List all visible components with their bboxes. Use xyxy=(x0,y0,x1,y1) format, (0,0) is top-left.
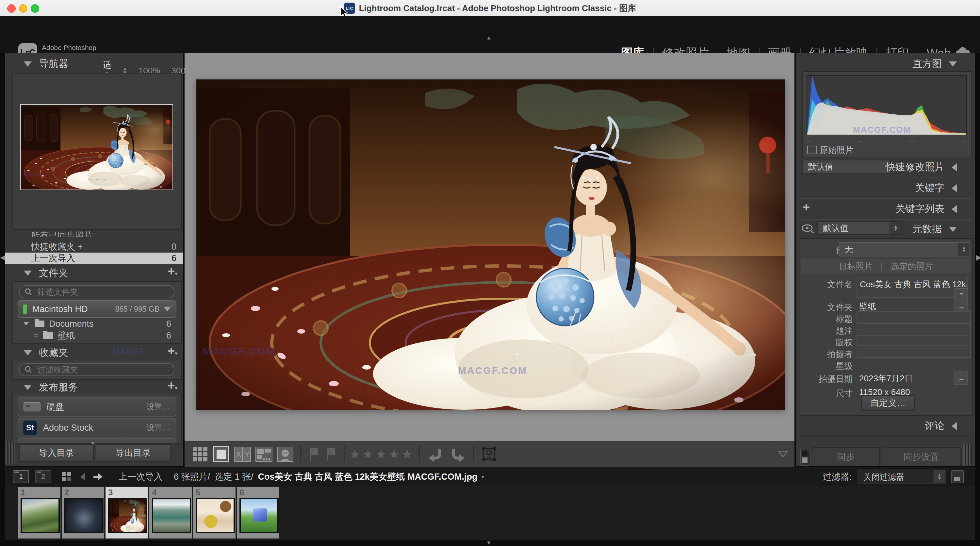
toolbar-options-icon[interactable] xyxy=(778,451,788,457)
filmstrip-thumbnail-cosplay-portrait[interactable]: MACGF.COM MACGF.COM xyxy=(108,498,147,533)
folder-row-Documents[interactable]: Documents6 xyxy=(22,318,176,329)
add-collection-button[interactable]: +▾ xyxy=(167,345,177,357)
star-rating[interactable]: ★★★★★ xyxy=(349,447,415,462)
catalog-row-0[interactable]: 所有已同步照片 xyxy=(5,230,183,237)
export-catalog-button[interactable]: 导出目录 xyxy=(96,444,170,462)
filmstrip-cells: 123 xyxy=(5,486,975,540)
navigator-preview-image[interactable]: MACGF.COM MACGF.COM xyxy=(21,105,172,189)
filmstrip-thumbnail-mountain-valley[interactable] xyxy=(21,498,60,533)
catalog-row-1[interactable]: 快捷收藏夹 +0 xyxy=(5,241,183,252)
metadata-filename-field[interactable]: Cos美女 古典 古风 蓝色 12k美女壁 xyxy=(856,277,967,298)
target-photo-tab[interactable]: 目标照片 xyxy=(839,261,873,272)
navigator-header[interactable]: 导航器 xyxy=(24,57,68,70)
filter-dropdown[interactable]: 关闭过滤器 ▲▼ xyxy=(858,470,946,484)
nav-back-icon[interactable] xyxy=(78,472,88,482)
folders-box: 筛选文件夹 Macintosh HD 865 / 995 GB Document… xyxy=(13,281,181,344)
metadata-switch-icon[interactable] xyxy=(801,223,815,234)
photo-artwork: MACGF.COM MACGF.COM xyxy=(110,499,146,532)
metadata-input-3[interactable] xyxy=(856,323,971,334)
metadata-preset-dropdown[interactable]: 无 ▲▼ xyxy=(839,242,970,256)
histogram-plot[interactable]: MACGF.COM xyxy=(807,75,967,135)
loupe-view-icon[interactable] xyxy=(213,446,229,462)
sync-toggle[interactable] xyxy=(800,449,810,466)
publish-service-settings-link[interactable]: 设置… xyxy=(146,401,170,412)
sync-button[interactable]: 同步 xyxy=(812,447,880,466)
filmstrip-cell-6[interactable]: 6 xyxy=(237,487,279,538)
folder-row-壁纸[interactable]: 壁纸6 xyxy=(34,330,176,341)
metadata-header[interactable]: 元数据 xyxy=(912,223,957,236)
filter-toggle[interactable] xyxy=(951,470,964,483)
histogram-header[interactable]: 直方图 xyxy=(912,57,957,70)
survey-view-icon[interactable] xyxy=(255,447,272,462)
people-view-icon[interactable] xyxy=(277,447,293,462)
filmstrip-thumbnail-dark-sports-car[interactable] xyxy=(64,498,103,533)
publish-services-title: 发布服务 xyxy=(39,380,78,394)
filmstrip-collapse-arrow[interactable]: ▼ xyxy=(486,540,492,546)
folders-header[interactable]: 文件夹 xyxy=(24,266,68,280)
second-window-button[interactable]: 2 xyxy=(35,470,51,483)
metadata-input-4[interactable] xyxy=(856,335,971,346)
filmstrip-source[interactable]: 上一次导入 xyxy=(119,471,163,482)
sync-settings-button[interactable]: 同步设置 xyxy=(882,447,961,466)
grid-view-icon[interactable] xyxy=(192,446,208,462)
publish-service-hard-disk[interactable]: 硬盘设置… xyxy=(18,397,177,417)
rotate-left-icon[interactable] xyxy=(426,446,444,462)
catalog-row-label: 所有已同步照片 xyxy=(31,230,93,237)
main-window-button[interactable]: 1 xyxy=(13,470,29,483)
metadata-set-dropdown[interactable]: 默认值 ▲▼ xyxy=(817,221,902,235)
grid-back-icon[interactable] xyxy=(61,471,72,482)
navigator-preview-box[interactable]: MACGF.COM MACGF.COM xyxy=(13,73,181,230)
collapse-triangle-icon[interactable] xyxy=(24,61,32,67)
main-photo[interactable]: MACGF.COM MACGF.COM xyxy=(196,80,785,410)
left-panel-grip[interactable] xyxy=(6,441,15,464)
keywording-header[interactable]: 关键字 xyxy=(915,181,957,195)
selected-photo-tab[interactable]: 选定的照片 xyxy=(891,261,933,272)
comments-header[interactable]: 评论 xyxy=(925,419,957,433)
add-keyword-button[interactable]: + xyxy=(803,201,810,213)
transform-overlay-icon[interactable] xyxy=(481,446,497,462)
filmstrip-cell-3[interactable]: 3 xyxy=(105,487,148,538)
filmstrip-thumbnail-mountain-lake[interactable] xyxy=(152,498,191,533)
filmstrip-cell-2[interactable]: 2 xyxy=(62,487,104,538)
filmstrip-thumbnail-blue-cube-landscape[interactable] xyxy=(239,498,278,533)
flag-pick-icon[interactable] xyxy=(308,447,321,462)
collection-filter-placeholder: 过滤收藏夹 xyxy=(37,365,78,375)
collection-filter-field[interactable]: 过滤收藏夹 xyxy=(19,363,175,376)
folder-filter-field[interactable]: 筛选文件夹 xyxy=(19,285,175,298)
nav-forward-icon[interactable] xyxy=(92,472,103,482)
goto-arrow-icon[interactable]: → xyxy=(955,371,968,385)
publish-service-row-partial[interactable] xyxy=(18,438,177,444)
filmstrip-cell-4[interactable]: 4 xyxy=(149,487,192,538)
publish-services-header[interactable]: 发布服务 xyxy=(24,380,78,394)
rotate-right-icon[interactable] xyxy=(449,446,466,462)
add-publish-service-button[interactable]: +▾ xyxy=(167,379,177,392)
catalog-row-2[interactable]: 上一次导入6 xyxy=(5,253,183,264)
publish-service-settings-link[interactable]: 设置… xyxy=(146,422,170,433)
publish-service-adobe-stock[interactable]: StAdobe Stock设置… xyxy=(18,418,177,438)
import-catalog-button[interactable]: 导入目录 xyxy=(19,444,94,462)
filmstrip-thumbnail-girl-with-cello[interactable] xyxy=(196,498,235,533)
photos-in-folder-icon[interactable] xyxy=(34,333,38,338)
keyword-list-header[interactable]: 关键字列表 xyxy=(896,202,957,216)
filmstrip-cell-5[interactable]: 5 xyxy=(193,487,235,538)
filter-dropdown-arrows-icon[interactable]: ▲▼ xyxy=(933,470,945,483)
collections-header[interactable]: 收藏夹 xyxy=(24,346,68,360)
volume-collapse-icon[interactable] xyxy=(164,307,171,311)
metadata-input-5[interactable] xyxy=(856,347,971,358)
quick-develop-header[interactable]: 快速修改照片 xyxy=(886,161,957,174)
top-panel-collapse-arrow[interactable]: ▲ xyxy=(486,35,492,41)
volume-macintosh-hd[interactable]: Macintosh HD 865 / 995 GB xyxy=(18,300,177,318)
original-photo-checkbox[interactable] xyxy=(807,146,817,154)
metadata-input-2[interactable] xyxy=(856,311,971,323)
right-panel-grip[interactable] xyxy=(963,444,972,466)
blue-cube xyxy=(253,508,267,522)
filmstrip-cell-1[interactable]: 1 xyxy=(18,487,60,538)
compare-view-icon[interactable]: XY xyxy=(234,447,251,462)
metadata-label-3: 题注 xyxy=(784,325,853,337)
flag-reject-icon[interactable]: x xyxy=(325,447,337,462)
filename-caret-icon[interactable]: ▾ xyxy=(482,473,484,480)
right-panel-collapse-arrow[interactable]: ▶ xyxy=(976,253,980,262)
add-folder-button[interactable]: +▾ xyxy=(167,265,177,277)
metadata-custom-button[interactable]: 自定义… xyxy=(861,395,915,411)
filmstrip-filename[interactable]: Cos美女 古典 古风 蓝色 12k美女壁纸 MACGF.COM.jpg xyxy=(258,471,477,482)
